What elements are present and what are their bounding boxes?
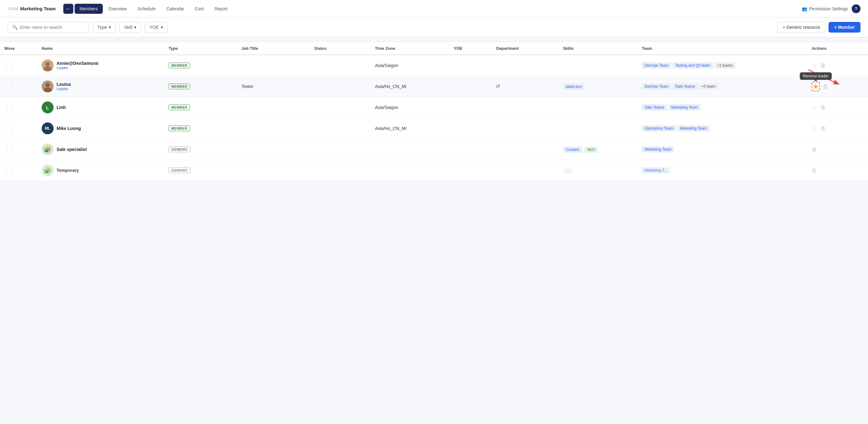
yoe-filter-button[interactable]: YOE ▾ — [145, 22, 168, 33]
col-header-type: Type — [164, 42, 237, 55]
help-button[interactable]: ? — [852, 4, 861, 13]
star-leader-button[interactable]: ☆ — [812, 104, 817, 111]
delete-button[interactable]: 🗑 — [820, 62, 826, 69]
separator — [0, 37, 868, 42]
team-tag: Marketing Team — [642, 146, 674, 153]
col-header-name: Name — [37, 42, 164, 55]
team-tag: Sale Teams — [673, 83, 698, 90]
generic-resource-button[interactable]: + Generic resource — [777, 22, 826, 33]
tab-schedule[interactable]: Schedule — [132, 4, 160, 14]
delete-button[interactable]: 🗑 — [823, 83, 829, 90]
job-title — [237, 118, 310, 139]
tab-overview[interactable]: Overview — [103, 4, 132, 14]
avatar-image — [42, 80, 54, 92]
status — [310, 76, 371, 97]
member-info: Temporary — [57, 168, 79, 173]
member-name: Mike Luong — [57, 126, 81, 131]
status — [310, 97, 371, 118]
member-info: Louisa Leader — [57, 82, 71, 91]
tooltip-container: Remove leader ★ — [812, 81, 820, 92]
type-badge: MEMBER — [168, 105, 190, 110]
tab-cost[interactable]: Cost — [190, 4, 209, 14]
member-name: Sale specialist — [57, 147, 87, 152]
skills: Content SEO — [559, 139, 638, 160]
type-filter-label: Type — [97, 25, 107, 30]
table-header-row: Move Name Type Job Title Status Time Zon… — [0, 42, 868, 55]
delete-button[interactable]: 🗑 — [820, 104, 826, 111]
chevron-down-icon: ▾ — [134, 25, 136, 30]
type-badge: GENERIC — [168, 167, 190, 173]
permission-settings-button[interactable]: 👥 Permission Settings — [802, 6, 848, 11]
job-title — [237, 160, 310, 181]
team-tags: Marketing Team — [642, 146, 803, 153]
help-icon: ? — [855, 6, 857, 11]
toolbar: 🔍 Type ▾ Skill ▾ YOE ▾ + Generic resourc… — [0, 18, 868, 37]
type-badge: MEMBER — [168, 84, 190, 89]
nav-tabs: Members Overview Schedule Calendar Cost … — [74, 4, 233, 14]
delete-button[interactable]: 🗑 — [812, 167, 817, 174]
drag-handle[interactable]: ⋮⋮ — [4, 105, 14, 110]
type-filter-button[interactable]: Type ▾ — [93, 22, 116, 33]
drag-handle[interactable]: ⋮⋮ — [4, 84, 14, 89]
team-tags: Marketing T... — [642, 167, 803, 173]
back-button[interactable]: ← — [63, 4, 73, 14]
star-leader-button[interactable]: ☆ — [812, 125, 817, 132]
back-icon: ← — [66, 6, 71, 11]
search-input[interactable] — [20, 25, 84, 30]
skills — [559, 97, 638, 118]
department — [492, 139, 559, 160]
timezone: Asia/Saigon — [370, 97, 450, 118]
member-name: Temporary — [57, 168, 79, 173]
team-tag: DevOps Team — [642, 83, 671, 90]
table-row: ⋮⋮ Louisa Leader — [0, 76, 868, 97]
avatar: L — [42, 101, 54, 113]
star-leader-button[interactable]: ☆ — [812, 62, 817, 69]
avatar: ML — [42, 123, 54, 134]
member-name-cell: L Linh — [42, 101, 160, 113]
col-header-move: Move — [0, 42, 37, 55]
team-tag: Testing and QA team — [673, 62, 713, 69]
drag-handle[interactable]: ⋮⋮ — [4, 63, 14, 68]
tab-calendar[interactable]: Calendar — [161, 4, 189, 14]
status — [310, 160, 371, 181]
actions-cell: ☆ 🗑 — [812, 62, 864, 69]
timezone: Asia/Saigon — [370, 55, 450, 76]
drag-handle[interactable]: ⋮⋮ — [4, 168, 14, 173]
skills: ... — [559, 160, 638, 181]
department — [492, 118, 559, 139]
col-header-status: Status — [310, 42, 371, 55]
drag-handle[interactable]: ⋮⋮ — [4, 147, 14, 152]
team-name: Marketing Team — [20, 6, 56, 11]
member-name: Annie@DevSamurai — [57, 61, 98, 66]
delete-button[interactable]: 🗑 — [812, 146, 817, 153]
avatar — [42, 80, 54, 92]
skill-filter-button[interactable]: Skill ▾ — [119, 22, 141, 33]
yoe — [450, 76, 492, 97]
col-header-jobtitle: Job Title — [237, 42, 310, 55]
tab-report[interactable]: Report — [209, 4, 232, 14]
team-tag: Sale Teams — [642, 104, 667, 110]
delete-button[interactable]: 🗑 — [820, 125, 826, 132]
member-name-cell: ML Mike Luong — [42, 123, 160, 134]
permission-settings-label: Permission Settings — [809, 6, 848, 11]
skills — [559, 55, 638, 76]
search-box[interactable]: 🔍 — [7, 22, 89, 33]
member-name-cell: 🧩 Temporary — [42, 164, 160, 176]
table-row: ⋮⋮ 🧩 Temporary GENERIC ... — [0, 160, 868, 181]
skill-tag: ... — [563, 167, 572, 174]
timezone — [370, 160, 450, 181]
tab-members[interactable]: Members — [74, 4, 103, 14]
team-tag: Marketing T... — [642, 167, 670, 173]
type-badge: MEMBER — [168, 63, 190, 68]
job-title — [237, 139, 310, 160]
drag-handle[interactable]: ⋮⋮ — [4, 126, 14, 131]
skills: black-box — [559, 76, 638, 97]
timezone: Asia/Ho_Chi_Mi — [370, 76, 450, 97]
job-title — [237, 97, 310, 118]
member-info: Sale specialist — [57, 147, 87, 152]
status — [310, 118, 371, 139]
avatar: 🧩 — [42, 164, 54, 176]
skill-tag: SEO — [584, 146, 597, 153]
toolbar-actions: + Generic resource + Member — [777, 22, 861, 33]
add-member-button[interactable]: + Member — [829, 22, 861, 33]
